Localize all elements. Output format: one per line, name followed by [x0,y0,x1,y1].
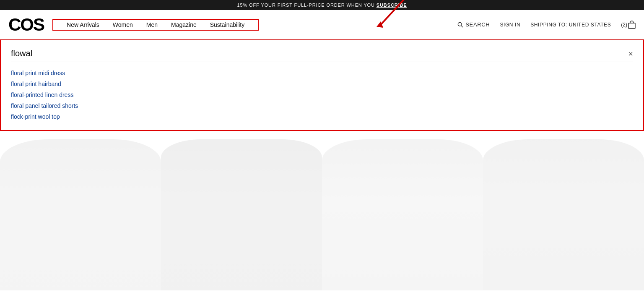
suggestion-item[interactable]: flock-print wool top [11,113,633,120]
top-banner: 15% OFF YOUR FIRST FULL-PRICE ORDER WHEN… [0,0,644,10]
products-row [0,131,644,290]
svg-marker-1 [377,21,383,28]
search-input[interactable] [11,49,628,58]
bag-icon [628,21,636,29]
cart-button[interactable]: (2) [621,21,636,29]
suggestion-item[interactable]: floral panel tailored shorts [11,102,633,109]
search-dropdown: × floral print midi dress floral print h… [0,39,644,131]
search-input-row: × [11,49,633,62]
product-image-2 [161,139,322,290]
shipping-selector[interactable]: SHIPPING TO: UNITED STATES [530,22,611,28]
search-button[interactable]: SEARCH [457,21,490,28]
product-card-3[interactable] [322,139,483,290]
nav-item-women[interactable]: Women [106,21,140,28]
subscribe-link[interactable]: SUBSCRIBE [377,3,407,8]
svg-point-2 [458,22,462,26]
suggestion-item[interactable]: floral print hairband [11,81,633,87]
logo[interactable]: COS [8,16,44,34]
suggestion-item[interactable]: floral print midi dress [11,70,633,76]
search-close-button[interactable]: × [628,50,633,58]
product-image-1 [0,139,161,290]
sign-in-button[interactable]: SIGN IN [500,22,520,28]
suggestion-item[interactable]: floral-printed linen dress [11,91,633,98]
search-icon [457,22,463,28]
product-image-4 [483,139,644,290]
main-nav: New Arrivals Women Men Magazine Sustaina… [52,19,259,31]
nav-item-sustainability[interactable]: Sustainability [203,21,252,28]
header-right: SEARCH SIGN IN SHIPPING TO: UNITED STATE… [457,21,636,29]
product-image-3 [322,139,483,290]
search-label: SEARCH [465,21,490,28]
product-card-4[interactable] [483,139,644,290]
product-card-1[interactable] [0,139,161,290]
nav-item-men[interactable]: Men [140,21,164,28]
svg-rect-4 [628,23,635,29]
header: COS New Arrivals Women Men Magazine Sust… [0,10,644,39]
svg-line-3 [461,26,463,27]
cart-count: (2) [621,22,627,28]
banner-text: 15% OFF YOUR FIRST FULL-PRICE ORDER WHEN… [237,3,376,8]
nav-item-magazine[interactable]: Magazine [164,21,203,28]
nav-item-new-arrivals[interactable]: New Arrivals [60,21,106,28]
product-card-2[interactable] [161,139,322,290]
suggestions-list: floral print midi dress floral print hai… [11,70,633,120]
